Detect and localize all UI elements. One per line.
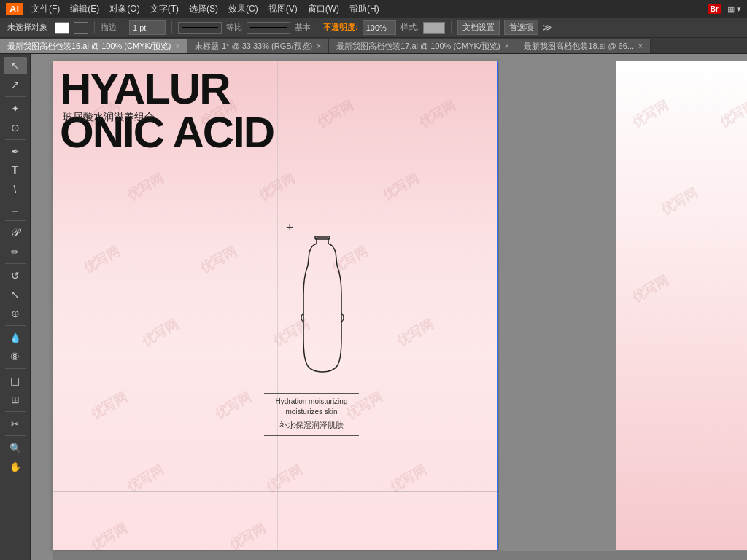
style-label: 样式: [400,22,419,33]
watermark-3: 优写网 [314,96,357,131]
toolbar-divider-3 [171,21,172,34]
menu-edit[interactable]: 编辑(E) [70,3,99,15]
tab-1[interactable]: 未标题-1* @ 33.33% (RGB/预览) × [187,39,329,53]
tool-separator-8 [5,435,26,436]
blend-tool[interactable]: ⑧ [4,348,27,365]
rwatermark-3: 优写网 [658,184,701,219]
bottle-text-container: Hydration moisturizing moisturizes skin … [264,393,359,436]
watermark-14: 优写网 [88,388,131,423]
scale-tool[interactable]: ⤡ [4,286,27,303]
watermark-19: 优写网 [387,461,430,496]
workspace-switcher[interactable]: ▦ ▾ [727,4,741,14]
watermark-5: 优写网 [124,169,167,204]
menu-bar[interactable]: 文件(F) 编辑(E) 对象(O) 文字(T) 选择(S) 效果(C) 视图(V… [31,3,379,15]
watermark-11: 优写网 [139,315,182,350]
tabs-bar: 最新我图高档包装16.ai @ 100% (CMYK/预览) × 未标题-1* … [0,38,747,54]
right-guide-blue [711,61,711,550]
tab-3-close[interactable]: × [638,42,643,50]
tab-2[interactable]: 最新我图高档包装17.ai @ 100% (CMYK/预览) × [329,39,516,53]
watermark-8: 优写网 [80,242,123,277]
zoom-tool[interactable]: 🔍 [4,439,27,456]
canvas-area[interactable]: 优写网 优写网 优写网 优写网 优写网 优写网 优写网 优写网 优写网 优写网 … [31,54,747,560]
paintbrush-tool[interactable]: 𝒫 [4,224,27,241]
app-logo: Ai [6,3,23,15]
menu-window[interactable]: 窗口(W) [308,3,339,15]
stroke-color-box[interactable] [55,22,69,34]
main-layout: ↖ ↗ ✦ ⊙ ✒ T \ □ 𝒫 ✏ ↺ ⤡ ⊕ 💧 ⑧ ◫ ⊞ ✂ 🔍 ✋ [0,54,747,560]
tab-1-label: 未标题-1* @ 33.33% (RGB/预览) [195,41,312,52]
tab-0-close[interactable]: × [176,42,180,50]
menu-select[interactable]: 选择(S) [189,3,218,15]
rwatermark-1: 优写网 [629,96,672,131]
lasso-tool[interactable]: ⊙ [4,119,27,136]
stroke-end-label: 基本 [295,22,311,33]
menu-file[interactable]: 文件(F) [31,3,60,15]
menu-effect[interactable]: 效果(C) [228,3,258,15]
opacity-input[interactable] [363,20,396,35]
watermark-9: 优写网 [197,242,240,277]
tab-2-close[interactable]: × [505,42,509,50]
preferences-button[interactable]: 首选项 [504,20,538,35]
mesh-tool[interactable]: ⊞ [4,391,27,408]
watermark-18: 优写网 [263,461,306,496]
toolbar-divider-5 [451,21,452,34]
rectangle-tool[interactable]: □ [4,200,27,217]
opacity-label: 不透明度: [323,22,358,33]
tool-separator-2 [5,139,26,140]
gradient-tool[interactable]: ◫ [4,372,27,389]
hand-tool[interactable]: ✋ [4,458,27,475]
rotate-tool[interactable]: ↺ [4,267,27,284]
tool-separator-6 [5,368,26,369]
toolbar-more-icon[interactable]: ≫ [543,22,553,33]
bottle-text-divider [264,393,359,394]
knife-tool[interactable]: ✂ [4,415,27,432]
guide-line-blue [497,61,498,550]
artboard-subtitle: 玻尿酸水润滋养组合 [63,111,155,124]
pencil-tool[interactable]: ✏ [4,243,27,260]
tool-separator-7 [5,411,26,412]
rwatermark-4: 优写网 [629,271,672,306]
watermark-7: 优写网 [379,169,422,204]
stroke-weight-input[interactable] [129,20,166,35]
direct-selection-tool[interactable]: ↗ [4,76,27,93]
watermark-17: 优写网 [124,461,167,496]
bottom-dark-strip [53,551,747,560]
watermark-6: 优写网 [255,169,298,204]
bottle-svg [293,236,352,382]
fill-color-box[interactable] [74,22,88,34]
tab-3-label: 最新我图高档包装18.ai @ 66... [524,41,634,52]
line-tool[interactable]: \ [4,181,27,198]
tab-0[interactable]: 最新我图高档包装16.ai @ 100% (CMYK/预览) × [0,39,187,53]
cursor-crosshair: + [286,220,294,236]
tab-2-label: 最新我图高档包装17.ai @ 100% (CMYK/预览) [336,41,500,52]
menu-view[interactable]: 视图(V) [268,3,298,15]
watermark-20: 优写网 [88,519,131,550]
bottle-illustration [293,236,352,382]
menu-help[interactable]: 帮助(H) [349,3,379,15]
stroke-style-preview[interactable] [178,22,222,34]
type-tool[interactable]: T [4,162,27,179]
bottle-text-en: Hydration moisturizing moisturizes skin [264,397,359,417]
transform-tool[interactable]: ⊕ [4,305,27,322]
tab-0-label: 最新我图高档包装16.ai @ 100% (CMYK/预览) [7,41,171,52]
selection-tool[interactable]: ↖ [4,57,27,74]
watermark-21: 优写网 [226,519,269,550]
doc-setup-button[interactable]: 文档设置 [457,20,500,35]
watermark-13: 优写网 [394,315,437,350]
menu-text[interactable]: 文字(T) [150,3,179,15]
tab-1-close[interactable]: × [317,42,321,50]
bottle-text-cn: 补水保湿润泽肌肤 [264,420,359,431]
toolbar-divider-1 [94,21,95,34]
toolbar-divider-2 [123,21,123,34]
tool-separator-3 [5,220,26,221]
style-preview[interactable] [423,22,445,34]
magic-wand-tool[interactable]: ✦ [4,100,27,117]
eyedropper-tool[interactable]: 💧 [4,329,27,346]
tab-3[interactable]: 最新我图高档包装18.ai @ 66... × [516,39,650,53]
gap-area [499,61,616,550]
stroke-end-preview[interactable] [247,22,290,34]
menu-object[interactable]: 对象(O) [109,3,139,15]
rwatermark-2: 优写网 [716,96,747,131]
pen-tool[interactable]: ✒ [4,143,27,160]
title-right-area: Br ▦ ▾ [708,4,741,14]
